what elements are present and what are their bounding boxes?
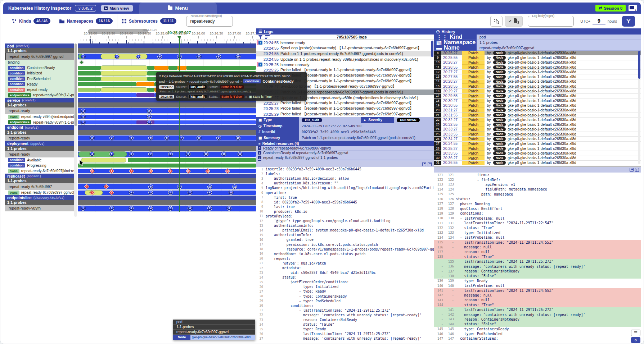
namespaces-filter-button[interactable]: Namespaces 16 / 16 [55,14,117,28]
tree-namespace-header[interactable]: 1-1-probes [5,102,74,107]
main-view-button[interactable]: Main view [101,5,132,12]
hamburger-icon[interactable]: ☰ [258,29,262,34]
diff-copy-icon[interactable] [635,168,639,172]
funnel-icon[interactable] [258,35,263,39]
timeline-band[interactable] [78,141,256,146]
history-revision-row[interactable]: 2320:32:55PatchbyNodegke-p0-gke-basic-1-… [434,122,641,127]
timeline-band[interactable] [78,43,256,48]
revision-marker[interactable]: 10 [236,54,240,59]
timezone-offset-input[interactable]: 9 [593,18,605,24]
apply-filter-button[interactable] [622,16,635,27]
tree-namespace-header[interactable]: 1-1-probes [5,200,74,205]
tree-resource-row[interactable]: repeat-ready-v89fn [5,205,74,211]
history-revision-row[interactable]: 2120:31:55PatchbyNodegke-p0-gke-basic-1-… [434,113,641,118]
kinds-filter-button[interactable]: Kinds 46 / 46 [8,14,55,28]
history-revision-row[interactable]: 2220:32:27PatchbyNodegke-p0-gke-basic-1-… [434,118,641,122]
timeline-row[interactable]: 12 [78,107,256,114]
tree-subresource-row[interactable]: conditionContainersReady [5,65,74,70]
history-revision-row[interactable]: 2920:35:55PatchbyNodegke-p0-gke-basic-1-… [434,151,641,156]
tree-subresource-row[interactable]: endpointslicerepeat-ready-v89fn(1-1-prob… [5,92,74,98]
tree-namespace-header[interactable]: 1-1-probes [5,146,74,151]
bottom-menu-button[interactable]: ☰ [631,330,640,336]
revision-marker[interactable]: 2 [147,120,152,125]
revision-marker[interactable]: 3 [109,136,114,140]
tree-subresource-row[interactable]: conditionAvailable [5,157,74,163]
timeline-band[interactable] [78,200,256,205]
timeline-band[interactable] [78,146,256,151]
log-body-code[interactable]: 1insertId: 00233fa2-7c59-4090-aee3-c59a7… [256,167,434,341]
timeline-row[interactable] [78,65,256,70]
tree-namespace-header[interactable]: 1-1-probes [5,130,74,135]
copy-icon[interactable] [428,162,432,166]
timeline-row[interactable]: 12 [78,114,256,119]
subresources-filter-button[interactable]: Subresources 11 / 11 [117,14,181,28]
manifest-diff-code[interactable]: 121121 items:122122 - fieldRef:123123 ap… [434,173,641,341]
timeline-row[interactable]: 12345678 [78,205,256,212]
revision-marker[interactable]: 5 [109,152,114,156]
tree-scrollbar[interactable] [74,43,77,217]
tree-resource-row[interactable]: repeat-ready-6c7c69d997 [5,183,74,190]
monitor-icon[interactable]: 1 [629,5,637,11]
revision-marker[interactable]: 10 [207,184,212,189]
tree-resource-row[interactable]: repeat-ready-6c7c69d997-ggnvd [5,53,74,60]
revision-marker[interactable]: 2 [147,109,152,113]
related-resource-item[interactable]: 2repeat-ready-6c7c69d997-ggnvd of 1-1-pr… [256,155,434,160]
history-revision-row[interactable]: 820:25:27PatchbyNodegke-p0-gke-basic-1-d… [434,51,641,55]
history-revision-row[interactable]: 1220:27:27PatchbyNodegke-p0-gke-basic-1-… [434,70,641,74]
timeline-row[interactable]: 456789101112 [78,151,256,157]
history-revision-row[interactable]: 3020:36:27PatchbyNodegke-p0-gke-basic-1-… [434,156,641,161]
timeline-row[interactable]: 68101123 [78,183,256,190]
related-resources-header[interactable]: ≡ Related resources (4) [256,141,434,146]
timeline-row[interactable]: 56789101112 [78,168,256,174]
timeline-row[interactable] [78,60,256,65]
revision-marker[interactable]: 7 [207,206,212,211]
tree-resource-row[interactable]: repeat-ready [5,107,74,114]
timeline-row[interactable]: 2345678910 [78,135,256,141]
tree-kind-header[interactable]: service(core/v1) [5,98,74,102]
tree-resource-row[interactable]: repeat-ready [5,135,74,141]
diff-popout-icon[interactable] [630,168,634,172]
tree-kind-header[interactable]: endpointslice(discovery.k8s.io/v1) [5,195,74,200]
log-entry[interactable]: 20:25:28Probe failed 【repeat-ready in 1-… [256,106,434,111]
log-body-input[interactable]: Log body(regex) [528,16,574,27]
history-revision-row[interactable]: 1320:27:55PatchbyNodegke-p0-gke-basic-1-… [434,74,641,79]
tree-subresource-row[interactable]: conditionInitialized [5,70,74,76]
logs-scrollbar-thumb[interactable] [431,41,433,57]
bottom-refresh-button[interactable]: ↻ [631,337,640,343]
history-revision-row[interactable]: 1120:26:55PatchbyNodegke-p0-gke-basic-1-… [434,65,641,70]
revision-marker[interactable]: 3 [129,206,134,211]
history-revision-row[interactable]: 1920:30:55PatchbyNodegke-p0-gke-basic-1-… [434,103,641,108]
revision-marker[interactable]: 2 [109,206,114,211]
tree-kind-header[interactable]: endpoint(core/v1) [5,125,74,130]
timeline-band[interactable] [78,102,256,107]
timeline-row[interactable] [78,157,256,163]
timeline-band[interactable] [78,196,256,200]
history-revision-row[interactable]: 1420:28:27PatchbyNodegke-p0-gke-basic-1-… [434,79,641,84]
log-entry[interactable]: 20:24:55SyncLoop (probe)(status=ready) 【… [256,45,434,51]
timeline-search-toggle[interactable] [490,16,503,27]
timeline-canvas[interactable]: 1356789101212122345678910456789101112567… [78,43,256,212]
log-entry[interactable]: i20:24:55become ready [256,40,434,45]
tree-kind-header[interactable]: replicaset(apps/v1) [5,174,74,178]
revision-marker[interactable]: 9 [216,136,221,140]
session-badge[interactable]: ⇄ Session 0 [595,5,626,12]
tree-kind-header[interactable]: pod(core/v1) [5,43,74,48]
timeline-row[interactable] [78,163,256,168]
history-revision-row[interactable]: 1520:28:55PatchbyNodegke-p0-gke-basic-1-… [434,84,641,89]
history-revision-row[interactable]: 1820:30:27PatchbyNodegke-p0-gke-basic-1-… [434,98,641,103]
history-revision-row[interactable]: 2820:35:27PatchbyNodegke-p0-gke-basic-1-… [434,146,641,151]
resource-name-input[interactable]: Resource name(regex) repeat-ready [186,16,233,27]
history-revision-row[interactable]: 2520:33:55PatchbyNodegke-p0-gke-basic-1-… [434,132,641,137]
timeline-band[interactable] [78,178,256,183]
tree-subresource-row[interactable]: conditionProgressing [5,163,74,168]
tree-subresource-row[interactable]: endpointslicerepeat-ready-v89fn(1-1-prob… [5,120,74,125]
timeline-band[interactable] [78,130,256,135]
revision-marker[interactable]: 5 [168,206,173,211]
timeline-row[interactable]: 12 [78,120,256,125]
timeline-band[interactable] [78,174,256,178]
log-entry[interactable]: 20:24:55Update on 1-1-probes.repeat-read… [256,56,434,62]
tree-kind-header[interactable]: deployment(apps/v1) [5,141,74,146]
menu-button[interactable]: Menu [139,3,217,14]
related-resource-item[interactable]: 0Ready of repeat-ready-6c7c69d997-ggnvd [256,146,434,151]
sort-icon[interactable] [265,35,270,39]
